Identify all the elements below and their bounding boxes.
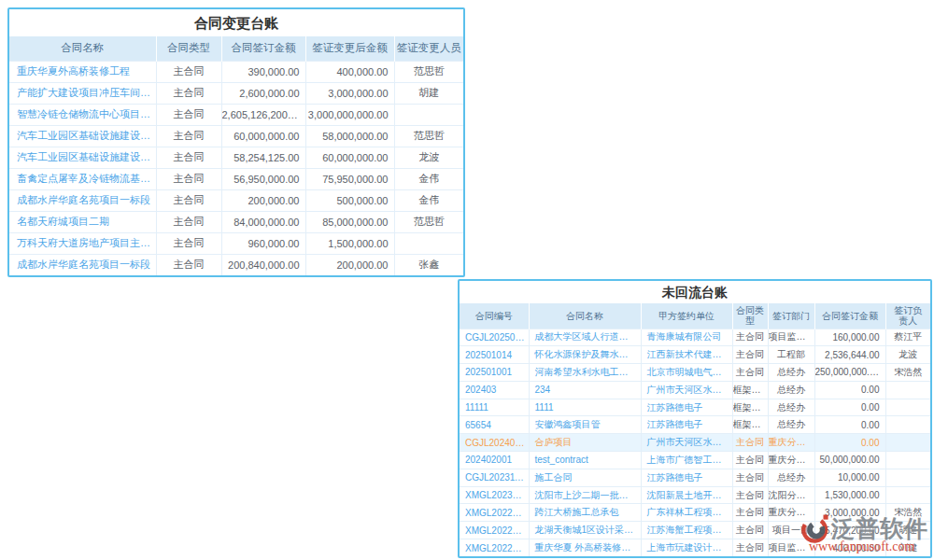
type-cell: 主合同 xyxy=(732,364,768,382)
type-cell: 框架协议 xyxy=(732,381,768,399)
type-cell: 主合同 xyxy=(156,125,221,147)
no-cell[interactable]: 202403 xyxy=(460,381,529,399)
person-cell xyxy=(885,452,930,469)
person-cell: 胡建 xyxy=(885,522,930,539)
name-cell[interactable]: 安徽鸿鑫项目管 xyxy=(529,416,641,434)
type-cell: 主合同 xyxy=(732,522,768,539)
table-row: XMGL202310001沈阳市上沙二期一批项目全过程项目...沈阳新晨土地开发… xyxy=(460,486,930,504)
col-header-contract-name: 合同名称 xyxy=(9,36,156,61)
name-cell[interactable]: 怀化水源保护及舞水流域水生态修复... xyxy=(529,346,641,364)
party-cell[interactable]: 广州市天河区水务设施管养... xyxy=(641,434,732,452)
party-cell[interactable]: 江苏路德电子 xyxy=(641,399,732,416)
person-cell xyxy=(885,469,930,486)
amount-cell: 10,000.00 xyxy=(814,469,885,486)
name-cell[interactable]: 重庆华夏外高桥装修工程 xyxy=(9,61,156,82)
party-cell[interactable]: 广州市天河区水务设施管养... xyxy=(641,381,732,399)
person-cell: 龙波 xyxy=(885,346,930,364)
signed-cell: 200,840,000.00 xyxy=(221,254,305,275)
name-cell[interactable]: 成都大学区域人行道及非机动车道工... xyxy=(529,329,641,346)
name-cell[interactable]: 234 xyxy=(529,381,641,399)
no-cell[interactable]: 202501014 xyxy=(460,346,529,364)
person-cell: 蔡江平 xyxy=(885,329,930,346)
person-cell: 金伟 xyxy=(394,168,463,189)
person-cell: 胡建 xyxy=(394,82,463,104)
no-cell[interactable]: CGJL202501001 xyxy=(460,329,529,346)
name-cell[interactable]: 畜禽定点屠宰及冷链物流基地建设项目 xyxy=(9,168,156,189)
table-row: 汽车工业园区基础设施建设项目主合同58,254,125.0060,000,000… xyxy=(9,147,463,168)
name-cell[interactable]: 成都水岸华庭名苑项目一标段 xyxy=(9,254,156,275)
no-cell[interactable]: 202501001 xyxy=(460,364,529,382)
party-cell[interactable]: 北京市明城电气有限公司 xyxy=(641,364,732,382)
no-cell[interactable]: 11111 xyxy=(460,399,529,416)
col-header-signed-amount: 合同签订金额 xyxy=(221,36,305,61)
col-header-sign-person: 签订负责人 xyxy=(885,303,930,329)
after-cell: 3,000,000,000.00 xyxy=(305,104,394,125)
after-cell: 500,000.00 xyxy=(305,189,394,211)
person-cell xyxy=(394,104,463,125)
table-row: 成都水岸华庭名苑项目一标段主合同200,000.00500,000.00金伟 xyxy=(9,189,463,211)
party-cell[interactable]: 江苏海蟹工程项目管理公司 xyxy=(641,522,732,539)
table-row: 万科天府大道房地产项目主合同主合同960,000.001,500,000.00 xyxy=(9,232,463,254)
amount-cell: 85,470,200.00 xyxy=(814,522,885,539)
party-cell[interactable]: 上海市玩建设计工程有限公司 xyxy=(641,539,732,557)
name-cell[interactable]: 重庆华夏 外高桥装修工程 xyxy=(529,539,641,557)
party-cell[interactable]: 江苏路德电子 xyxy=(641,469,732,486)
name-cell[interactable]: 河南希望水利水电工程造价咨询项目 xyxy=(529,364,641,382)
no-cell[interactable]: CGJL202402001 xyxy=(460,434,529,452)
no-cell[interactable]: 202402001 xyxy=(460,452,529,469)
party-cell[interactable]: 沈阳新晨土地开发公司 xyxy=(641,486,732,504)
name-cell[interactable]: 龙湖天衡城1区设计采购施工总承包工程 xyxy=(529,522,641,539)
name-cell[interactable]: 万科天府大道房地产项目主合同 xyxy=(9,232,156,254)
name-cell[interactable]: 智慧冷链仓储物流中心项目合同 xyxy=(9,104,156,125)
name-cell[interactable]: 沈阳市上沙二期一批项目全过程项目... xyxy=(529,486,641,504)
type-cell: 主合同 xyxy=(156,168,221,189)
no-cell[interactable]: XMGL202204003 xyxy=(460,539,529,557)
no-cell[interactable]: CGJL202311001 xyxy=(460,469,529,486)
person-cell xyxy=(885,434,930,452)
person-cell: 金伟 xyxy=(394,189,463,211)
no-cell[interactable]: XMGL202310001 xyxy=(460,486,529,504)
name-cell[interactable]: 跨江大桥施工总承包 xyxy=(529,504,641,522)
party-cell[interactable]: 青海康城有限公司 xyxy=(641,329,732,346)
type-cell: 主合同 xyxy=(732,434,768,452)
name-cell[interactable]: 1111 xyxy=(529,399,641,416)
name-cell[interactable]: 施工合同 xyxy=(529,469,641,486)
after-cell: 60,000,000.00 xyxy=(305,147,394,168)
party-cell[interactable]: 上海市广德智工程有限公司 xyxy=(641,452,732,469)
dept-cell: 工程部 xyxy=(768,346,814,364)
type-cell: 主合同 xyxy=(156,82,221,104)
table-row: 111111111江苏路德电子框架协议总经办0.00 xyxy=(460,399,930,416)
name-cell[interactable]: test_contract xyxy=(529,452,641,469)
type-cell: 主合同 xyxy=(156,147,221,168)
person-cell xyxy=(885,399,930,416)
table-row: 智慧冷链仓储物流中心项目合同主合同2,605,126,200.003,000,0… xyxy=(9,104,463,125)
name-cell[interactable]: 成都水岸华庭名苑项目一标段 xyxy=(9,189,156,211)
signed-cell: 60,000,000.00 xyxy=(221,125,305,147)
col-header-contract-type: 合同类型 xyxy=(732,303,768,329)
after-cell: 1,500,000.00 xyxy=(305,232,394,254)
signed-cell: 56,950,000.00 xyxy=(221,168,305,189)
name-cell[interactable]: 合庐项目 xyxy=(529,434,641,452)
person-cell: 宋浩然 xyxy=(885,364,930,382)
party-cell[interactable]: 广东祥林工程项目管理公司 xyxy=(641,504,732,522)
amount-cell: 3,000,000.00 xyxy=(814,504,885,522)
type-cell: 主合同 xyxy=(156,211,221,232)
no-cell[interactable]: 65654 xyxy=(460,416,529,434)
type-cell: 主合同 xyxy=(156,104,221,125)
col-header-signed-amount: 合同签订金额 xyxy=(814,303,885,329)
name-cell[interactable]: 汽车工业园区基础设施建设项目 xyxy=(9,147,156,168)
name-cell[interactable]: 名都天府城项目二期 xyxy=(9,211,156,232)
name-cell[interactable]: 汽车工业园区基础设施建设项目 xyxy=(9,125,156,147)
person-cell xyxy=(394,232,463,254)
name-cell[interactable]: 产能扩大建设项目冲压车间项目 xyxy=(9,82,156,104)
no-cell[interactable]: XMGL202204004 xyxy=(460,522,529,539)
signed-cell: 200,000.00 xyxy=(221,189,305,211)
amount-cell: 2,536,644.00 xyxy=(814,346,885,364)
amount-cell: 0.00 xyxy=(814,399,885,416)
party-cell[interactable]: 江西新技术代建公司 xyxy=(641,346,732,364)
party-cell[interactable]: 江苏路德电子 xyxy=(641,416,732,434)
type-cell: 主合同 xyxy=(156,232,221,254)
amount-cell: 50,000,000.00 xyxy=(814,452,885,469)
no-cell[interactable]: XMGL202204005 xyxy=(460,504,529,522)
amount-cell: 1,530,000.00 xyxy=(814,486,885,504)
